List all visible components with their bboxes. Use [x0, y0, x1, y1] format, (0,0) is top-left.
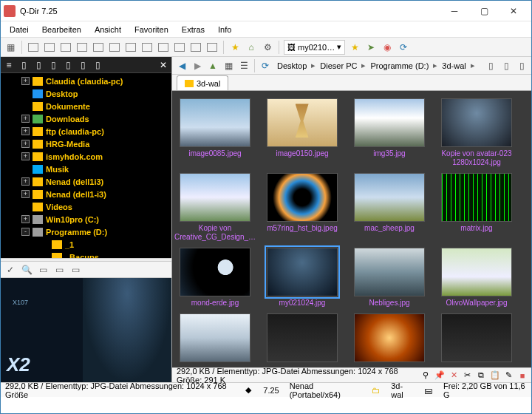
reload-icon[interactable]: ⟳: [259, 59, 272, 72]
close-button[interactable]: ✕: [499, 3, 528, 19]
thumbnail-item[interactable]: Kopie von avatar-023 1280x1024.jpg: [440, 98, 514, 167]
status-delete-icon[interactable]: ✕: [449, 370, 458, 381]
preview-mode-2[interactable]: ▭: [52, 263, 66, 276]
status-pin-icon[interactable]: 📌: [434, 370, 445, 381]
expand-icon[interactable]: +: [21, 115, 30, 123]
preview-check-icon[interactable]: ✓: [4, 263, 17, 276]
tree-item[interactable]: +Win10pro (C:): [1, 213, 171, 225]
bc-pc[interactable]: Dieser PC: [317, 61, 360, 71]
thumbnail-item[interactable]: Kopie von Creative_CG_Design_…: [178, 173, 252, 242]
pane-layout-8[interactable]: [140, 41, 154, 54]
menu-extras[interactable]: Extras: [176, 24, 211, 35]
menu-info[interactable]: Info: [212, 24, 237, 35]
tree-item[interactable]: _1: [1, 238, 171, 251]
expand-icon[interactable]: +: [21, 215, 30, 223]
menu-ansicht[interactable]: Ansicht: [89, 24, 127, 35]
tree-item[interactable]: Videos: [1, 200, 171, 213]
minimize-button[interactable]: ─: [440, 3, 469, 19]
tree-item[interactable]: +HRG-Media: [1, 138, 171, 150]
pane-layout-4[interactable]: [75, 41, 89, 54]
pane-opt-1[interactable]: ▯: [484, 59, 497, 72]
menu-datei[interactable]: Datei: [4, 24, 35, 35]
thumbnail-item[interactable]: m57ring_hst_big.jpeg: [265, 173, 339, 242]
thumbnail-item[interactable]: [178, 313, 252, 364]
expand-icon[interactable]: -: [21, 228, 30, 236]
settings-icon[interactable]: ⚙: [261, 41, 274, 54]
thumbnail-grid[interactable]: image0085.jpegimage0150.jpegimg35.jpgKop…: [172, 91, 531, 367]
thumbnail-item[interactable]: [265, 313, 339, 364]
tree-tool-2[interactable]: ▯: [32, 58, 45, 72]
tree-item[interactable]: +Claudia (claudia-pc): [1, 75, 171, 87]
tree-item[interactable]: +ismyhdok.com: [1, 150, 171, 163]
tree-item[interactable]: Desktop: [1, 87, 171, 100]
thumbnail-item[interactable]: mac_sheep.jpg: [352, 173, 426, 242]
nav-back-icon[interactable]: ◀: [175, 59, 188, 72]
tree-tool-1[interactable]: ▯: [17, 58, 30, 72]
thumbnail-item[interactable]: image0150.jpeg: [265, 98, 339, 167]
thumbnail-item[interactable]: img35.jpg: [352, 98, 426, 167]
pane-opt-2[interactable]: ▯: [499, 59, 513, 72]
expand-icon[interactable]: +: [21, 177, 30, 186]
tree-item[interactable]: -Programme (D:): [1, 225, 171, 238]
pane-layout-5[interactable]: [92, 41, 105, 54]
tree-tool-5[interactable]: ▯: [76, 58, 89, 72]
tree-tool-4[interactable]: ▯: [61, 58, 75, 72]
status-edit-icon[interactable]: ✎: [505, 370, 514, 381]
tree-close-icon[interactable]: ✕: [157, 58, 170, 72]
pane-layout-9[interactable]: [157, 41, 170, 54]
thumbnail-item[interactable]: [352, 313, 426, 364]
home-icon[interactable]: ⌂: [245, 41, 258, 54]
pane-layout-3[interactable]: [59, 41, 72, 54]
thumbnail-item[interactable]: matrix.jpg: [440, 173, 514, 242]
thumbnail-item[interactable]: Nebliges.jpg: [352, 248, 426, 308]
layout-icon[interactable]: ▦: [4, 41, 17, 54]
status-paste-icon[interactable]: 📋: [490, 370, 500, 381]
status-filter-icon[interactable]: ⚲: [421, 370, 430, 381]
pane-layout-10[interactable]: [173, 41, 186, 54]
pane-opt-3[interactable]: ▯: [515, 59, 528, 72]
status-stop-icon[interactable]: ■: [518, 370, 527, 381]
tree-item[interactable]: Musik: [1, 163, 171, 175]
status-cut-icon[interactable]: ✂: [463, 370, 472, 381]
thumbnail-item[interactable]: [440, 313, 514, 364]
tree-item[interactable]: Dokumente: [1, 100, 171, 112]
tree-item[interactable]: +Nenad (dell1-i3): [1, 188, 171, 200]
nav-up-icon[interactable]: ▲: [206, 59, 219, 72]
pane-layout-1[interactable]: [27, 41, 40, 54]
folder-tree[interactable]: +Claudia (claudia-pc)DesktopDokumente+Do…: [1, 73, 171, 258]
bc-desktop[interactable]: Desktop: [274, 61, 310, 71]
preview-mode-1[interactable]: ▭: [36, 263, 50, 276]
nav-fwd-icon[interactable]: ▶: [191, 59, 204, 72]
tree-item[interactable]: +Downloads: [1, 112, 171, 125]
expand-icon[interactable]: +: [21, 190, 30, 198]
view-list-icon[interactable]: ☰: [237, 59, 250, 72]
preview-zoom-icon[interactable]: 🔍: [20, 263, 33, 276]
pin-icon[interactable]: ◉: [381, 41, 394, 54]
action-icon[interactable]: ➤: [364, 41, 378, 54]
maximize-button[interactable]: ▢: [469, 3, 499, 19]
expand-icon[interactable]: +: [21, 140, 30, 148]
pane-layout-6[interactable]: [108, 41, 121, 54]
thumbnail-item[interactable]: image0085.jpeg: [178, 98, 252, 167]
bookmark-icon[interactable]: ★: [228, 41, 242, 54]
tree-tool-6[interactable]: ▯: [91, 58, 104, 72]
tree-item[interactable]: +Nenad (dell1i3): [1, 175, 171, 188]
tree-item[interactable]: _Bacups: [1, 251, 171, 258]
expand-icon[interactable]: +: [21, 152, 30, 160]
bc-drive[interactable]: Programme (D:): [367, 61, 432, 71]
menu-bearbeiten[interactable]: Bearbeiten: [36, 24, 87, 35]
tab-3dwal[interactable]: 3d-wal: [177, 75, 228, 90]
menu-favoriten[interactable]: Favoriten: [129, 24, 174, 35]
view-mode-icon[interactable]: ▦: [222, 59, 235, 72]
status-copy-icon[interactable]: ⧉: [477, 370, 485, 381]
thumbnail-item[interactable]: mond-erde.jpg: [178, 248, 252, 308]
thumbnail-item[interactable]: my021024.jpg: [265, 248, 339, 308]
preview-mode-3[interactable]: ▭: [69, 263, 82, 276]
pane-layout-12[interactable]: [205, 41, 219, 54]
favorite-star-icon[interactable]: ★: [348, 41, 361, 54]
tree-tool-3[interactable]: ▯: [47, 58, 60, 72]
expand-icon[interactable]: +: [21, 127, 30, 135]
refresh-icon[interactable]: ⟳: [397, 41, 410, 54]
address-combo[interactable]: 🖼 my0210… ▾: [284, 40, 345, 55]
pane-layout-7[interactable]: [124, 41, 137, 54]
